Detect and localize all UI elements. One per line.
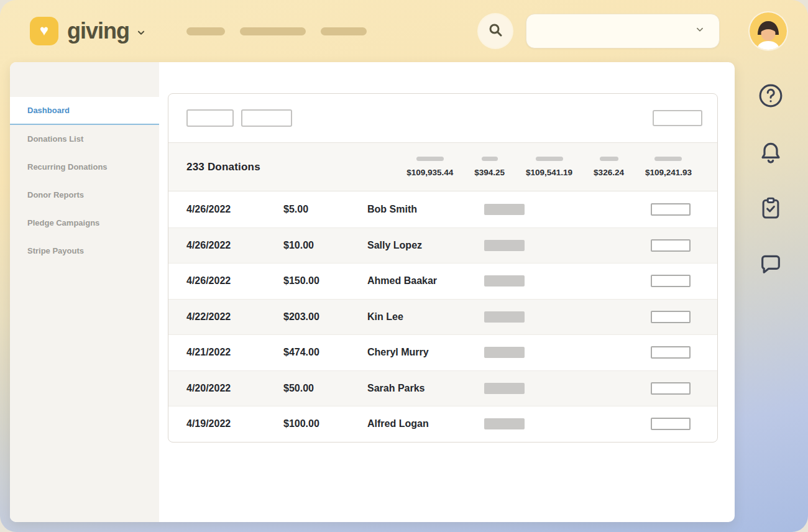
sidebar-item-recurring-donations[interactable]: Recurring Donations — [10, 153, 159, 181]
donations-table: 4/26/2022 $5.00 Bob Smith 4/26/2022 $10.… — [168, 191, 717, 442]
donation-date: 4/21/2022 — [186, 347, 283, 358]
donation-amount: $5.00 — [283, 204, 367, 215]
summary-stat: $394.25 — [474, 157, 505, 177]
search-button[interactable] — [479, 14, 512, 48]
main-window: Dashboard Donations List Recurring Donat… — [10, 62, 735, 522]
stat-label-placeholder — [536, 157, 563, 161]
donation-date: 4/26/2022 — [186, 204, 283, 215]
donation-date: 4/26/2022 — [186, 240, 283, 251]
organization-dropdown[interactable] — [526, 14, 720, 48]
summary-stat: $109,241.93 — [645, 157, 692, 177]
app-screen: ♥ giving — [0, 0, 808, 532]
stat-amount: $109,241.93 — [645, 168, 692, 177]
donor-name: Sally Lopez — [367, 240, 484, 251]
content-area: 233 Donations $109,935.44 $394.25 $10 — [159, 62, 735, 522]
row-action-button[interactable] — [651, 418, 691, 430]
donor-name: Alfred Logan — [367, 418, 484, 429]
export-control[interactable] — [653, 110, 702, 126]
bell-icon — [758, 140, 783, 165]
nav-link-placeholder[interactable] — [186, 27, 225, 35]
row-action-button[interactable] — [651, 346, 691, 359]
stat-label-placeholder — [482, 157, 498, 161]
redacted-field-placeholder — [484, 311, 525, 323]
row-action-button[interactable] — [651, 239, 691, 252]
donor-name: Bob Smith — [367, 204, 484, 215]
donation-amount: $150.00 — [283, 275, 367, 287]
row-action-button[interactable] — [651, 382, 691, 395]
redacted-field-placeholder — [484, 204, 525, 215]
question-circle-icon — [757, 82, 784, 109]
donation-date: 4/26/2022 — [186, 275, 283, 287]
table-row[interactable]: 4/26/2022 $10.00 Sally Lopez — [168, 227, 717, 264]
topbar: ♥ giving — [0, 0, 808, 62]
donor-name: Cheryl Murry — [367, 347, 484, 358]
stat-label-placeholder — [600, 157, 618, 161]
stat-label-placeholder — [654, 157, 682, 161]
sidebar-item-donations-list[interactable]: Donations List — [10, 125, 159, 153]
row-action-button[interactable] — [651, 275, 691, 287]
chevron-down-icon — [694, 25, 705, 37]
donation-date: 4/20/2022 — [186, 383, 283, 394]
filter-bar — [168, 94, 717, 143]
sidebar-item-pledge-campaigns[interactable]: Pledge Campaigns — [10, 209, 159, 237]
redacted-field-placeholder — [484, 347, 525, 358]
nav-link-placeholder[interactable] — [240, 27, 306, 35]
table-row[interactable]: 4/20/2022 $50.00 Sarah Parks — [168, 370, 717, 406]
donations-count: 233 Donations — [186, 161, 260, 173]
user-avatar[interactable] — [750, 12, 787, 50]
clipboard-check-icon — [759, 196, 783, 220]
redacted-field-placeholder — [484, 418, 525, 429]
row-action-button[interactable] — [651, 203, 691, 216]
donation-amount: $100.00 — [283, 418, 367, 429]
brand-name: giving — [67, 18, 129, 44]
summary-stat: $109,935.44 — [406, 157, 453, 177]
utility-rail — [757, 82, 784, 276]
sidebar: Dashboard Donations List Recurring Donat… — [10, 62, 159, 522]
donation-date: 4/19/2022 — [186, 418, 283, 429]
nav-link-placeholder[interactable] — [321, 27, 367, 35]
heart-icon: ♥ — [40, 23, 48, 38]
table-row[interactable]: 4/26/2022 $5.00 Bob Smith — [168, 191, 717, 227]
donation-date: 4/22/2022 — [186, 311, 283, 323]
table-row[interactable]: 4/19/2022 $100.00 Alfred Logan — [168, 406, 717, 442]
sidebar-item-dashboard[interactable]: Dashboard — [10, 97, 159, 125]
summary-stat: $109,541.19 — [526, 157, 572, 177]
filter-control[interactable] — [186, 109, 234, 127]
donor-name: Sarah Parks — [367, 383, 484, 394]
donor-name: Kin Lee — [367, 311, 484, 323]
stat-label-placeholder — [416, 157, 444, 161]
summary-stats: $109,935.44 $394.25 $109,541.19 $32 — [406, 157, 692, 177]
giving-logo: ♥ — [30, 17, 58, 45]
redacted-field-placeholder — [484, 383, 525, 394]
donations-card: 233 Donations $109,935.44 $394.25 $10 — [168, 93, 718, 443]
donation-amount: $474.00 — [283, 347, 367, 358]
topbar-nav — [186, 27, 367, 35]
donation-amount: $50.00 — [283, 383, 367, 394]
brand-menu-chevron-down-icon[interactable] — [135, 29, 147, 40]
search-icon — [488, 22, 503, 40]
stat-amount: $326.24 — [594, 168, 624, 177]
table-row[interactable]: 4/22/2022 $203.00 Kin Lee — [168, 299, 717, 335]
stat-amount: $394.25 — [474, 168, 505, 177]
notifications-button[interactable] — [758, 140, 783, 165]
chat-bubble-icon — [758, 251, 783, 276]
donation-amount: $10.00 — [283, 240, 367, 251]
redacted-field-placeholder — [484, 240, 525, 251]
filter-control[interactable] — [241, 109, 292, 127]
table-header: 233 Donations $109,935.44 $394.25 $10 — [168, 143, 717, 191]
chat-button[interactable] — [758, 251, 783, 276]
tasks-button[interactable] — [759, 196, 783, 220]
stat-amount: $109,935.44 — [406, 168, 453, 177]
summary-stat: $326.24 — [594, 157, 624, 177]
help-button[interactable] — [757, 82, 784, 109]
donation-amount: $203.00 — [283, 311, 367, 323]
table-row[interactable]: 4/21/2022 $474.00 Cheryl Murry — [168, 334, 717, 370]
stat-amount: $109,541.19 — [526, 168, 572, 177]
table-row[interactable]: 4/26/2022 $150.00 Ahmed Baakar — [168, 263, 717, 299]
donor-name: Ahmed Baakar — [367, 275, 484, 287]
sidebar-item-stripe-payouts[interactable]: Stripe Payouts — [10, 237, 159, 265]
sidebar-item-donor-reports[interactable]: Donor Reports — [10, 181, 159, 209]
redacted-field-placeholder — [484, 275, 525, 287]
row-action-button[interactable] — [651, 311, 691, 323]
